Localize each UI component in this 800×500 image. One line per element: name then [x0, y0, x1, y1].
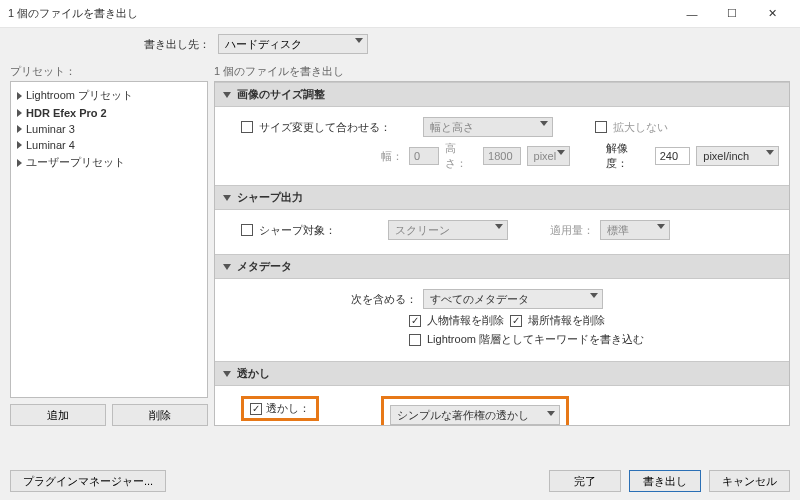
triangle-icon [17, 141, 22, 149]
resize-label: サイズ変更して合わせる： [259, 120, 391, 135]
export-to-select[interactable]: ハードディスク [218, 34, 368, 54]
watermark-options-list: Photografanロゴ画像白 Photografanロゴ画像黒 Photog… [390, 424, 560, 426]
add-preset-button[interactable]: 追加 [10, 404, 106, 426]
sharpen-amount-label: 適用量： [550, 223, 594, 238]
sharpen-target-select[interactable]: スクリーン [388, 220, 508, 240]
height-label: 高さ： [445, 141, 477, 171]
disclosure-icon [223, 371, 231, 377]
fit-select[interactable]: 幅と高さ [423, 117, 553, 137]
width-label: 幅： [381, 149, 403, 164]
settings-panel: 画像のサイズ調整 サイズ変更して合わせる： 幅と高さ 拡大しない 幅： 0 高さ… [214, 81, 790, 426]
remove-person-checkbox[interactable] [409, 315, 421, 327]
window-title: 1 個のファイルを書き出し [8, 6, 672, 21]
chevron-down-icon [540, 121, 548, 126]
section-metadata[interactable]: メタデータ [215, 254, 789, 279]
lr-keywords-checkbox[interactable] [409, 334, 421, 346]
section-sharpen[interactable]: シャープ出力 [215, 185, 789, 210]
remove-preset-button[interactable]: 削除 [112, 404, 208, 426]
preset-item[interactable]: HDR Efex Pro 2 [11, 105, 207, 121]
chevron-down-icon [657, 224, 665, 229]
export-to-label: 書き出し先： [10, 37, 210, 52]
preset-item[interactable]: Lightroom プリセット [11, 86, 207, 105]
width-input[interactable]: 0 [409, 147, 439, 165]
chevron-down-icon [766, 150, 774, 155]
unit-select[interactable]: pixel [527, 146, 570, 166]
watermark-checkbox[interactable] [250, 403, 262, 415]
triangle-icon [17, 109, 22, 117]
include-select[interactable]: すべてのメタデータ [423, 289, 603, 309]
chevron-down-icon [355, 38, 363, 43]
remove-place-label: 場所情報を削除 [528, 313, 605, 328]
cancel-button[interactable]: キャンセル [709, 470, 790, 492]
done-button[interactable]: 完了 [549, 470, 621, 492]
preset-item[interactable]: Luminar 3 [11, 121, 207, 137]
triangle-icon [17, 125, 22, 133]
height-input[interactable]: 1800 [483, 147, 520, 165]
triangle-icon [17, 92, 22, 100]
preset-header: プリセット： [10, 64, 208, 79]
section-watermark[interactable]: 透かし [215, 361, 789, 386]
remove-place-checkbox[interactable] [510, 315, 522, 327]
chevron-down-icon [557, 150, 565, 155]
chevron-down-icon [547, 411, 555, 416]
maximize-button[interactable]: ☐ [712, 0, 752, 28]
preset-item[interactable]: Luminar 4 [11, 137, 207, 153]
no-enlarge-label: 拡大しない [613, 120, 668, 135]
triangle-icon [17, 159, 22, 167]
resolution-input[interactable]: 240 [655, 147, 691, 165]
right-header: 1 個のファイルを書き出し [214, 64, 790, 79]
watermark-check-highlight: 透かし： [241, 396, 319, 421]
watermark-label: 透かし： [266, 401, 310, 416]
watermark-select[interactable]: シンプルな著作権の透かし Photografanロゴ画像白 Photografa… [390, 405, 560, 426]
close-button[interactable]: ✕ [752, 0, 792, 28]
plugin-manager-button[interactable]: プラグインマネージャー... [10, 470, 166, 492]
section-image-size[interactable]: 画像のサイズ調整 [215, 82, 789, 107]
sharpen-label: シャープ対象： [259, 223, 336, 238]
lr-keywords-label: Lightroom 階層としてキーワードを書き込む [427, 332, 644, 347]
include-label: 次を含める： [351, 292, 417, 307]
minimize-button[interactable]: — [672, 0, 712, 28]
sharpen-checkbox[interactable] [241, 224, 253, 236]
disclosure-icon [223, 264, 231, 270]
remove-person-label: 人物情報を削除 [427, 313, 504, 328]
sharpen-amount-select[interactable]: 標準 [600, 220, 670, 240]
chevron-down-icon [590, 293, 598, 298]
disclosure-icon [223, 92, 231, 98]
chevron-down-icon [495, 224, 503, 229]
export-button[interactable]: 書き出し [629, 470, 701, 492]
export-to-value: ハードディスク [225, 37, 302, 52]
no-enlarge-checkbox[interactable] [595, 121, 607, 133]
watermark-dropdown-highlight: シンプルな著作権の透かし Photografanロゴ画像白 Photografa… [381, 396, 569, 426]
watermark-option[interactable]: Photografanロゴ画像白 [391, 425, 559, 426]
resolution-label: 解像度： [606, 141, 649, 171]
resolution-unit-select[interactable]: pixel/inch [696, 146, 779, 166]
preset-list[interactable]: Lightroom プリセット HDR Efex Pro 2 Luminar 3… [10, 81, 208, 398]
resize-checkbox[interactable] [241, 121, 253, 133]
disclosure-icon [223, 195, 231, 201]
preset-item[interactable]: ユーザープリセット [11, 153, 207, 172]
